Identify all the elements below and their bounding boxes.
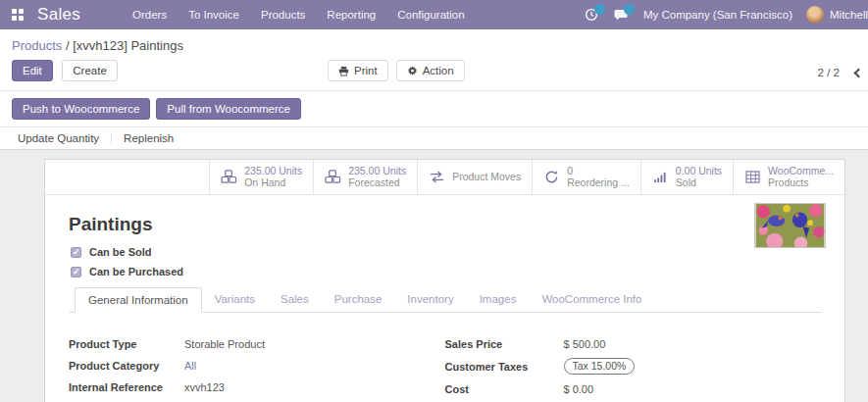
update-quantity-button[interactable]: Update Quantity [12, 132, 112, 144]
nav-item-products[interactable]: Products [261, 9, 305, 21]
can-be-sold-row: Can be Sold [71, 246, 821, 258]
stat-button-bar: 235.00 Units On Hand 235.00 Units Foreca… [45, 160, 844, 195]
stat-forecasted[interactable]: 235.00 Units Forecasted [313, 160, 417, 194]
breadcrumb: Products / [xvvh123] Paintings [0, 29, 868, 58]
stat-sold[interactable]: 0.00 Units Sold [640, 160, 733, 194]
create-button[interactable]: Create [62, 60, 118, 81]
user-menu[interactable]: Mitchell [806, 6, 868, 24]
breadcrumb-current: [xvvh123] Paintings [73, 38, 183, 53]
field-customer-taxes: Customer Taxes Tax 15.00% [445, 358, 822, 375]
apps-menu-icon[interactable] [12, 9, 24, 21]
breadcrumb-separator: / [62, 38, 73, 53]
pager-previous-icon[interactable] [854, 68, 864, 77]
content-background: 235.00 Units On Hand 235.00 Units Foreca… [0, 150, 868, 402]
exchange-arrows-icon [429, 171, 445, 183]
breadcrumb-products-link[interactable]: Products [12, 38, 62, 53]
product-form-sheet: 235.00 Units On Hand 235.00 Units Foreca… [44, 159, 845, 402]
systray: My Company (San Francisco) Mitchell [585, 6, 868, 24]
product-category-link[interactable]: All [184, 360, 196, 372]
print-button[interactable]: Print [328, 60, 388, 81]
cubes-icon [221, 170, 237, 184]
pager-counter: 2 / 2 [818, 67, 840, 78]
cubes-icon [325, 170, 341, 184]
secondary-actions-bar: Update Quantity Replenish [0, 126, 868, 150]
activities-clock-icon[interactable] [585, 7, 600, 23]
notebook-tabs: General Information Variants Sales Purch… [69, 287, 821, 313]
tab-woocommerce-info[interactable]: WooCommerce Info [529, 287, 654, 313]
refresh-icon [543, 170, 560, 184]
activities-count-badge [594, 4, 605, 15]
fields-left-column: Product Type Storable Product Product Ca… [69, 336, 445, 402]
printer-icon [338, 66, 349, 76]
tab-inventory[interactable]: Inventory [394, 287, 466, 313]
messages-chat-icon[interactable] [614, 7, 630, 23]
can-be-purchased-row: Can be Purchased [71, 266, 821, 277]
edit-button[interactable]: Edit [12, 60, 53, 81]
field-product-type: Product Type Storable Product [69, 336, 445, 351]
stat-woocommerce-products[interactable]: WooComme... Products [733, 160, 844, 194]
nav-item-configuration[interactable]: Configuration [397, 9, 464, 21]
woocommerce-actions: Push to Woocommerce Pull from Woocommerc… [0, 91, 868, 126]
control-panel-buttons: Edit Create Print Action 2 / 2 [0, 58, 868, 90]
can-be-sold-checkbox[interactable] [71, 247, 81, 258]
field-sales-price: Sales Price $ 500.00 [445, 336, 822, 351]
bar-chart-icon [652, 171, 669, 183]
painting-thumbnail [755, 204, 825, 247]
tab-images[interactable]: Images [467, 287, 530, 313]
action-button[interactable]: Action [396, 60, 465, 81]
tab-purchase[interactable]: Purchase [322, 287, 395, 313]
fields-right-column: Sales Price $ 500.00 Customer Taxes Tax … [445, 336, 822, 402]
nav-item-orders[interactable]: Orders [132, 9, 167, 21]
can-be-purchased-label: Can be Purchased [89, 266, 183, 277]
user-avatar [806, 6, 824, 24]
product-image [754, 203, 826, 248]
pull-from-woocommerce-button[interactable]: Pull from Woocommerce [156, 98, 301, 120]
stat-product-moves[interactable]: Product Moves [417, 160, 532, 194]
stat-reordering-rules[interactable]: 0 Reordering ... [532, 160, 640, 194]
general-information-fields: Product Type Storable Product Product Ca… [69, 336, 821, 402]
tab-general-information[interactable]: General Information [75, 287, 202, 313]
app-name[interactable]: Sales [37, 5, 80, 25]
messages-count-badge [624, 4, 635, 15]
nav-item-to-invoice[interactable]: To Invoice [188, 9, 239, 21]
top-navbar: Sales Orders To Invoice Products Reporti… [0, 0, 868, 29]
nav-item-reporting[interactable]: Reporting [327, 9, 376, 21]
customer-tax-tag[interactable]: Tax 15.00% [564, 358, 636, 375]
tab-variants[interactable]: Variants [202, 287, 268, 313]
product-title: Paintings [69, 214, 821, 235]
tab-sales[interactable]: Sales [268, 287, 322, 313]
table-grid-icon [744, 171, 761, 183]
can-be-purchased-checkbox[interactable] [71, 267, 81, 277]
gear-icon [407, 66, 418, 76]
replenish-button[interactable]: Replenish [112, 132, 185, 144]
field-product-category: Product Category All [69, 358, 445, 373]
field-internal-reference: Internal Reference xvvh123 [69, 379, 445, 394]
stat-on-hand[interactable]: 235.00 Units On Hand [209, 160, 313, 194]
can-be-sold-label: Can be Sold [89, 246, 152, 258]
field-cost: Cost $ 0.00 [445, 381, 822, 396]
push-to-woocommerce-button[interactable]: Push to Woocommerce [12, 98, 150, 120]
user-name: Mitchell [830, 9, 868, 21]
company-switcher[interactable]: My Company (San Francisco) [643, 9, 792, 21]
